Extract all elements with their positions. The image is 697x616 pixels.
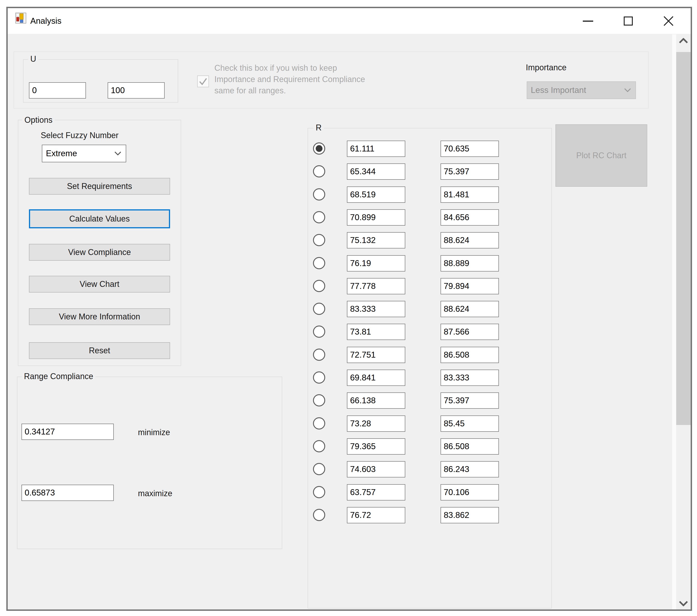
r-row: 65.34475.397: [308, 163, 551, 180]
window-title: Analysis: [30, 8, 61, 34]
r-radio[interactable]: [313, 394, 325, 406]
r-upper-input[interactable]: 86.508: [441, 347, 499, 363]
r-upper-input[interactable]: 83.333: [441, 370, 499, 386]
r-upper-input[interactable]: 84.656: [441, 209, 499, 226]
app-icon: [15, 13, 26, 24]
u-min-input[interactable]: 0: [29, 82, 86, 99]
view-compliance-button[interactable]: View Compliance: [29, 244, 170, 261]
r-radio[interactable]: [313, 417, 325, 430]
r-radio[interactable]: [313, 234, 325, 246]
r-upper-input[interactable]: 83.862: [441, 507, 499, 523]
scroll-down-icon[interactable]: [679, 601, 688, 606]
r-lower-input[interactable]: 69.841: [347, 370, 405, 386]
r-radio[interactable]: [313, 463, 325, 475]
r-radio[interactable]: [313, 486, 325, 498]
r-upper-input[interactable]: 87.566: [441, 324, 499, 340]
r-lower-input[interactable]: 76.72: [347, 507, 405, 523]
r-row: 83.33388.624: [308, 301, 551, 317]
importance-dropdown[interactable]: Less Important: [527, 81, 636, 99]
range-compliance-group-label: Range Compliance: [22, 372, 95, 381]
r-upper-input[interactable]: 88.889: [441, 255, 499, 271]
r-upper-input[interactable]: 75.397: [441, 163, 499, 180]
r-lower-input[interactable]: 83.333: [347, 301, 405, 317]
r-lower-input[interactable]: 66.138: [347, 392, 405, 409]
r-radio-selected[interactable]: [313, 142, 325, 155]
r-row: 69.84183.333: [308, 370, 551, 386]
keep-same-checkbox[interactable]: [197, 75, 209, 87]
set-requirements-button[interactable]: Set Requirements: [29, 178, 170, 195]
close-button[interactable]: [655, 8, 682, 34]
r-radio[interactable]: [313, 165, 325, 178]
r-row: 74.60386.243: [308, 461, 551, 478]
r-group: 61.11170.63565.34475.39768.51981.48170.8…: [308, 128, 552, 609]
reset-button[interactable]: Reset: [29, 342, 170, 359]
r-upper-input[interactable]: 85.45: [441, 416, 499, 432]
r-row: 72.75186.508: [308, 347, 551, 363]
scrollbar-thumb[interactable]: [676, 52, 691, 425]
r-radio[interactable]: [313, 509, 325, 521]
range-compliance-minimize-input[interactable]: 0.34127: [21, 424, 114, 440]
analysis-window-screen: Analysis U 0 100 Check this box if you w…: [0, 0, 697, 616]
r-radio[interactable]: [313, 257, 325, 269]
r-lower-input[interactable]: 70.899: [347, 209, 405, 226]
r-row: 73.2885.45: [308, 416, 551, 432]
r-lower-input[interactable]: 74.603: [347, 461, 405, 478]
r-lower-input[interactable]: 72.751: [347, 347, 405, 363]
r-upper-input[interactable]: 70.106: [441, 484, 499, 500]
r-upper-input[interactable]: 70.635: [441, 140, 499, 157]
r-lower-input[interactable]: 63.757: [347, 484, 405, 500]
plot-rc-chart-button[interactable]: Plot RC Chart: [555, 124, 647, 187]
maximize-button[interactable]: [615, 8, 642, 34]
r-lower-input[interactable]: 68.519: [347, 186, 405, 203]
r-row: 66.13875.397: [308, 392, 551, 409]
r-radio[interactable]: [313, 349, 325, 361]
r-radio[interactable]: [313, 188, 325, 200]
r-lower-input[interactable]: 76.19: [347, 255, 405, 271]
r-radio[interactable]: [313, 326, 325, 338]
minimize-button[interactable]: [575, 8, 602, 34]
r-radio[interactable]: [313, 211, 325, 223]
r-upper-input[interactable]: 86.243: [441, 461, 499, 478]
range-compliance-group: [17, 377, 282, 549]
options-group-label: Options: [22, 115, 55, 125]
r-radio[interactable]: [313, 280, 325, 292]
r-lower-input[interactable]: 65.344: [347, 163, 405, 180]
range-compliance-maximize-input[interactable]: 0.65873: [21, 485, 114, 501]
checkbox-label-line: Check this box if you wish to keep: [214, 62, 365, 74]
importance-dropdown-value: Less Important: [531, 86, 586, 95]
chevron-down-icon: [624, 88, 631, 92]
r-upper-input[interactable]: 75.397: [441, 392, 499, 409]
r-lower-input[interactable]: 73.81: [347, 324, 405, 340]
calculate-values-button[interactable]: Calculate Values: [29, 209, 170, 228]
maximize-label: maximize: [138, 489, 172, 498]
r-upper-input[interactable]: 86.508: [441, 438, 499, 455]
r-lower-input[interactable]: 75.132: [347, 232, 405, 249]
r-upper-input[interactable]: 88.624: [441, 301, 499, 317]
r-lower-input[interactable]: 77.778: [347, 278, 405, 294]
r-lower-input[interactable]: 79.365: [347, 438, 405, 455]
r-upper-input[interactable]: 88.624: [441, 232, 499, 249]
view-more-information-button[interactable]: View More Information: [29, 308, 170, 325]
client-scrollbar-separator: [672, 34, 676, 610]
fuzzy-number-dropdown[interactable]: Extreme: [42, 145, 126, 162]
u-max-input[interactable]: 100: [108, 82, 165, 99]
vertical-scrollbar[interactable]: [676, 34, 691, 610]
importance-label: Importance: [526, 63, 566, 72]
r-row: 76.7283.862: [308, 507, 551, 523]
r-row: 63.75770.106: [308, 484, 551, 500]
checkbox-label-line: same for all ranges.: [214, 85, 365, 96]
r-lower-input[interactable]: 73.28: [347, 416, 405, 432]
u-group-label: U: [28, 54, 39, 64]
checkmark-icon: [198, 76, 208, 87]
keep-same-checkbox-label: Check this box if you wish to keep Impor…: [214, 62, 365, 96]
r-radio[interactable]: [313, 440, 325, 452]
scroll-up-icon[interactable]: [679, 38, 688, 43]
r-lower-input[interactable]: 61.111: [347, 140, 405, 157]
view-chart-button[interactable]: View Chart: [29, 276, 170, 292]
r-radio[interactable]: [313, 303, 325, 315]
r-upper-input[interactable]: 81.481: [441, 186, 499, 203]
r-radio[interactable]: [313, 372, 325, 384]
r-upper-input[interactable]: 79.894: [441, 278, 499, 294]
fuzzy-number-dropdown-value: Extreme: [46, 149, 77, 158]
maximize-icon: [624, 16, 633, 26]
